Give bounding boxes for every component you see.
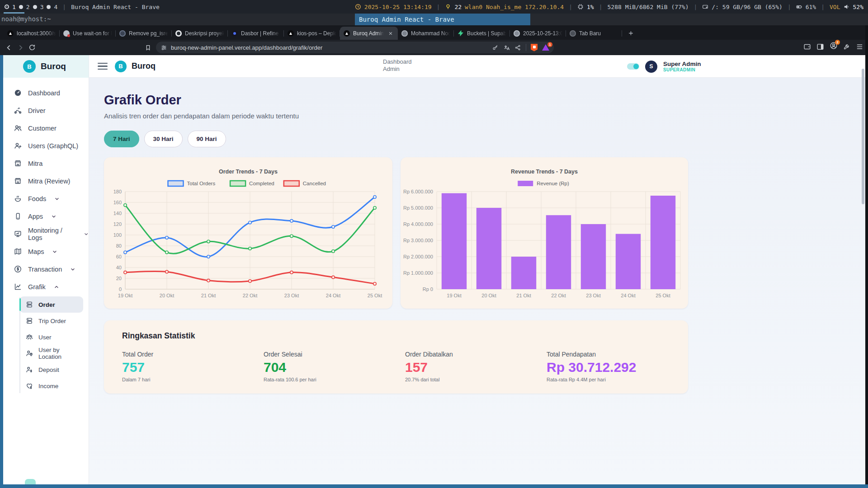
forward-button[interactable] [14, 42, 26, 53]
brave-shield-icon[interactable] [531, 44, 538, 52]
sidebar-subitem-label: Trip Order [38, 318, 66, 324]
site-settings-icon[interactable] [160, 44, 167, 51]
stat-label: Total Order [122, 351, 264, 358]
new-tab-button[interactable] [625, 27, 637, 39]
memory-usage: 5288 MiB/6862 MiB (77%) [608, 4, 689, 10]
sidebar-item-label: Transaction [28, 266, 62, 273]
sidebar-item-dashboard[interactable]: Dashboard [3, 84, 89, 102]
network-status: wlan0 Noah_is_me 172.20.10.4 [465, 4, 564, 10]
profile-button[interactable]: 2 [830, 42, 838, 52]
screen: 1234 | Buroq Admin React - Brave 2025-10… [0, 0, 868, 488]
sidebar-item-users-graphql[interactable]: Users (GraphQL) [3, 137, 89, 155]
sidebar-item-apps[interactable]: Apps [3, 207, 89, 225]
browser-tab[interactable]: 2025-10-25-13:0 [510, 27, 566, 40]
browser-tab[interactable]: Buroq Admin [340, 27, 398, 40]
data-point [249, 221, 251, 224]
browser-tab-strip: localhost:3000/sUse wait-on for PRemove … [0, 25, 868, 40]
sidebar-item-grafik[interactable]: Grafik [3, 278, 89, 296]
sidebar-subitem-label: User [38, 334, 52, 341]
sidebar-item-foods[interactable]: Foods [3, 190, 89, 207]
back-button[interactable] [3, 42, 14, 53]
sidebar-item-transaction[interactable]: Transaction [3, 260, 89, 278]
workspace-dot-icon[interactable] [19, 5, 23, 9]
customize-wrench-icon[interactable] [843, 43, 850, 50]
terminal-edge-bottom [0, 484, 868, 488]
volume-level: 52% [853, 4, 863, 10]
workspace-indicator[interactable]: 1234 [5, 4, 57, 10]
sidebar-subitem-user-by-location[interactable]: User by Location [19, 345, 83, 361]
workspace-number[interactable]: 1 [12, 4, 16, 10]
sidebar-subitem-deposit[interactable]: Deposit [19, 361, 83, 378]
workspace-dot-icon[interactable] [33, 5, 37, 9]
sidebar-subitem-income[interactable]: Income [19, 378, 83, 394]
breadcrumb-admin: Admin [383, 66, 412, 73]
url-text[interactable]: buroq-new-admin-panel.vercel.app/dashboa… [171, 44, 488, 51]
svg-text:Rp 1.000.000: Rp 1.000.000 [403, 270, 433, 276]
browser-tab[interactable]: Dasbor | Refine [228, 27, 284, 40]
svg-text:21 Okt: 21 Okt [201, 293, 216, 298]
browser-tab[interactable]: Buckets | Supab [454, 27, 510, 40]
period-filter-group: 7 Hari30 Hari90 Hari [104, 131, 865, 147]
password-key-icon[interactable] [492, 44, 499, 51]
svg-text:20 Okt: 20 Okt [481, 293, 496, 298]
workspace-dot-icon[interactable] [47, 5, 51, 9]
svg-text:120: 120 [113, 221, 122, 227]
data-point [373, 196, 376, 198]
user-pin-icon [25, 349, 33, 357]
sidebar-item-mitra-review[interactable]: Mitra (Review) [3, 172, 89, 190]
window-switcher-highlight[interactable]: Buroq Admin React - Brave [355, 14, 530, 25]
workspace-number[interactable]: 4 [54, 4, 57, 10]
sidebar-item-label: Mitra [28, 160, 42, 167]
svg-text:24 Okt: 24 Okt [621, 293, 635, 298]
people-icon [25, 333, 33, 341]
workspace-number[interactable]: 3 [40, 4, 44, 10]
store-icon [14, 159, 22, 168]
filter-pill-90-hari[interactable]: 90 Hari [188, 131, 226, 147]
workspace-number[interactable]: 2 [26, 4, 30, 10]
workspace-active-icon[interactable] [5, 5, 9, 9]
brave-rewards-icon[interactable]: 1 [542, 44, 549, 51]
data-point [124, 251, 127, 253]
sidebar-item-maps[interactable]: Maps [3, 243, 89, 260]
terminal-edge-left [0, 55, 3, 484]
avatar[interactable]: S [645, 61, 657, 73]
sidebar-item-mitra[interactable]: Mitra [3, 155, 89, 172]
sidebar-subitem-order[interactable]: Order [19, 296, 83, 313]
translate-icon[interactable] [503, 44, 510, 51]
stat-label: Order Dibatalkan [405, 351, 547, 358]
close-tab-icon[interactable] [387, 30, 394, 37]
wallet-icon[interactable] [803, 43, 811, 51]
menu-icon[interactable] [856, 43, 863, 51]
filter-pill-30-hari[interactable]: 30 Hari [144, 131, 183, 147]
sidebar-item-customer[interactable]: Customer [3, 119, 89, 137]
chevron-down-icon [84, 231, 89, 237]
user-role: SUPERADMIN [663, 67, 701, 72]
browser-tab[interactable]: Deskripsi proyek [172, 27, 228, 40]
address-bar[interactable]: buroq-new-admin-panel.vercel.app/dashboa… [156, 42, 554, 53]
bookmark-icon[interactable] [142, 42, 154, 53]
browser-tab[interactable]: localhost:3000/s [4, 27, 60, 40]
chevron-down-icon [54, 196, 60, 202]
sidebar-subitem-trip-order[interactable]: Trip Order [19, 313, 83, 329]
sidebar-panel-icon[interactable] [816, 43, 824, 51]
sidebar-item-driver[interactable]: Driver [3, 102, 89, 119]
page-scrollbar[interactable] [862, 69, 864, 204]
browser-tab[interactable]: Tab Baru [566, 27, 622, 40]
svg-text:24 Okt: 24 Okt [326, 293, 340, 298]
theme-toggle[interactable] [627, 63, 639, 70]
share-icon[interactable] [514, 44, 521, 51]
chart-icon [14, 282, 22, 291]
browser-tab[interactable]: Use wait-on for P [60, 27, 116, 40]
browser-tab[interactable]: kios-pos – Deplo [284, 27, 340, 40]
sidebar-brand[interactable]: B Buroq [3, 55, 89, 78]
header-brand[interactable]: B Buroq [115, 61, 156, 72]
sidebar-subitem-user[interactable]: User [19, 329, 83, 345]
sidebar-item-clipped[interactable] [25, 479, 36, 484]
reload-button[interactable] [26, 42, 38, 53]
sidebar-item-monitoring-logs[interactable]: Monitoring / Logs [3, 225, 89, 243]
browser-tab[interactable]: Mohammad Noo [398, 27, 454, 40]
filter-pill-7-hari[interactable]: 7 Hari [104, 131, 139, 147]
browser-tab[interactable]: Remove pg_isrea [116, 27, 172, 40]
hamburger-menu-icon[interactable] [98, 63, 108, 70]
terminal-prompt: noah@myhost:~ [1, 15, 51, 23]
